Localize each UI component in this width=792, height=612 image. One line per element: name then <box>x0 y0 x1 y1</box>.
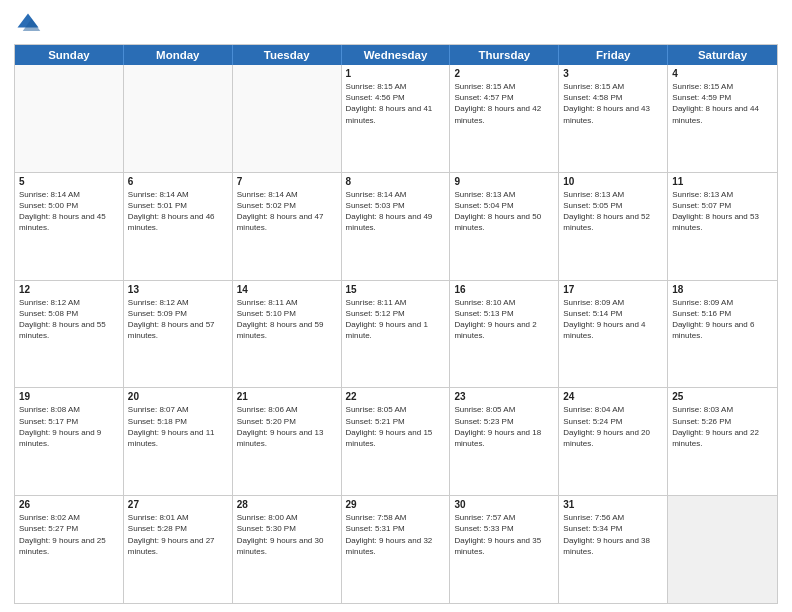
day-info: Sunrise: 8:04 AM Sunset: 5:24 PM Dayligh… <box>563 404 663 449</box>
day-info: Sunrise: 8:14 AM Sunset: 5:01 PM Dayligh… <box>128 189 228 234</box>
day-number: 2 <box>454 68 554 79</box>
page-header <box>14 10 778 38</box>
day-number: 31 <box>563 499 663 510</box>
day-number: 16 <box>454 284 554 295</box>
day-info: Sunrise: 8:09 AM Sunset: 5:16 PM Dayligh… <box>672 297 773 342</box>
week-row-5: 26Sunrise: 8:02 AM Sunset: 5:27 PM Dayli… <box>15 495 777 603</box>
day-info: Sunrise: 8:13 AM Sunset: 5:04 PM Dayligh… <box>454 189 554 234</box>
day-info: Sunrise: 8:13 AM Sunset: 5:07 PM Dayligh… <box>672 189 773 234</box>
day-cell: 15Sunrise: 8:11 AM Sunset: 5:12 PM Dayli… <box>342 281 451 388</box>
day-number: 5 <box>19 176 119 187</box>
day-info: Sunrise: 8:12 AM Sunset: 5:08 PM Dayligh… <box>19 297 119 342</box>
day-info: Sunrise: 8:05 AM Sunset: 5:21 PM Dayligh… <box>346 404 446 449</box>
day-number: 21 <box>237 391 337 402</box>
day-number: 13 <box>128 284 228 295</box>
day-header-monday: Monday <box>124 45 233 65</box>
day-cell: 7Sunrise: 8:14 AM Sunset: 5:02 PM Daylig… <box>233 173 342 280</box>
day-cell <box>124 65 233 172</box>
day-cell: 6Sunrise: 8:14 AM Sunset: 5:01 PM Daylig… <box>124 173 233 280</box>
week-row-4: 19Sunrise: 8:08 AM Sunset: 5:17 PM Dayli… <box>15 387 777 495</box>
day-info: Sunrise: 8:14 AM Sunset: 5:00 PM Dayligh… <box>19 189 119 234</box>
day-cell: 25Sunrise: 8:03 AM Sunset: 5:26 PM Dayli… <box>668 388 777 495</box>
day-info: Sunrise: 8:06 AM Sunset: 5:20 PM Dayligh… <box>237 404 337 449</box>
day-info: Sunrise: 8:11 AM Sunset: 5:10 PM Dayligh… <box>237 297 337 342</box>
day-info: Sunrise: 8:02 AM Sunset: 5:27 PM Dayligh… <box>19 512 119 557</box>
day-info: Sunrise: 8:01 AM Sunset: 5:28 PM Dayligh… <box>128 512 228 557</box>
day-cell: 27Sunrise: 8:01 AM Sunset: 5:28 PM Dayli… <box>124 496 233 603</box>
day-info: Sunrise: 7:56 AM Sunset: 5:34 PM Dayligh… <box>563 512 663 557</box>
day-number: 8 <box>346 176 446 187</box>
day-cell <box>15 65 124 172</box>
day-number: 22 <box>346 391 446 402</box>
day-number: 23 <box>454 391 554 402</box>
day-header-wednesday: Wednesday <box>342 45 451 65</box>
day-cell: 9Sunrise: 8:13 AM Sunset: 5:04 PM Daylig… <box>450 173 559 280</box>
day-info: Sunrise: 8:09 AM Sunset: 5:14 PM Dayligh… <box>563 297 663 342</box>
day-number: 28 <box>237 499 337 510</box>
day-number: 27 <box>128 499 228 510</box>
day-cell: 31Sunrise: 7:56 AM Sunset: 5:34 PM Dayli… <box>559 496 668 603</box>
day-number: 30 <box>454 499 554 510</box>
day-info: Sunrise: 8:13 AM Sunset: 5:05 PM Dayligh… <box>563 189 663 234</box>
day-number: 15 <box>346 284 446 295</box>
day-number: 26 <box>19 499 119 510</box>
day-cell: 24Sunrise: 8:04 AM Sunset: 5:24 PM Dayli… <box>559 388 668 495</box>
day-header-thursday: Thursday <box>450 45 559 65</box>
day-info: Sunrise: 8:00 AM Sunset: 5:30 PM Dayligh… <box>237 512 337 557</box>
day-cell: 29Sunrise: 7:58 AM Sunset: 5:31 PM Dayli… <box>342 496 451 603</box>
day-number: 9 <box>454 176 554 187</box>
day-number: 17 <box>563 284 663 295</box>
day-cell: 18Sunrise: 8:09 AM Sunset: 5:16 PM Dayli… <box>668 281 777 388</box>
day-cell: 30Sunrise: 7:57 AM Sunset: 5:33 PM Dayli… <box>450 496 559 603</box>
day-number: 11 <box>672 176 773 187</box>
day-info: Sunrise: 8:12 AM Sunset: 5:09 PM Dayligh… <box>128 297 228 342</box>
calendar: SundayMondayTuesdayWednesdayThursdayFrid… <box>14 44 778 604</box>
week-row-2: 5Sunrise: 8:14 AM Sunset: 5:00 PM Daylig… <box>15 172 777 280</box>
day-info: Sunrise: 8:11 AM Sunset: 5:12 PM Dayligh… <box>346 297 446 342</box>
day-headers-row: SundayMondayTuesdayWednesdayThursdayFrid… <box>15 45 777 65</box>
day-number: 1 <box>346 68 446 79</box>
day-number: 18 <box>672 284 773 295</box>
day-cell: 2Sunrise: 8:15 AM Sunset: 4:57 PM Daylig… <box>450 65 559 172</box>
day-info: Sunrise: 8:14 AM Sunset: 5:02 PM Dayligh… <box>237 189 337 234</box>
day-number: 20 <box>128 391 228 402</box>
day-cell: 1Sunrise: 8:15 AM Sunset: 4:56 PM Daylig… <box>342 65 451 172</box>
day-cell: 3Sunrise: 8:15 AM Sunset: 4:58 PM Daylig… <box>559 65 668 172</box>
day-number: 25 <box>672 391 773 402</box>
day-info: Sunrise: 8:07 AM Sunset: 5:18 PM Dayligh… <box>128 404 228 449</box>
day-number: 6 <box>128 176 228 187</box>
day-header-sunday: Sunday <box>15 45 124 65</box>
day-cell: 5Sunrise: 8:14 AM Sunset: 5:00 PM Daylig… <box>15 173 124 280</box>
day-cell <box>233 65 342 172</box>
day-number: 29 <box>346 499 446 510</box>
day-header-tuesday: Tuesday <box>233 45 342 65</box>
day-info: Sunrise: 8:14 AM Sunset: 5:03 PM Dayligh… <box>346 189 446 234</box>
day-info: Sunrise: 8:15 AM Sunset: 4:59 PM Dayligh… <box>672 81 773 126</box>
day-cell: 23Sunrise: 8:05 AM Sunset: 5:23 PM Dayli… <box>450 388 559 495</box>
day-header-friday: Friday <box>559 45 668 65</box>
day-cell: 28Sunrise: 8:00 AM Sunset: 5:30 PM Dayli… <box>233 496 342 603</box>
week-row-1: 1Sunrise: 8:15 AM Sunset: 4:56 PM Daylig… <box>15 65 777 172</box>
day-cell: 16Sunrise: 8:10 AM Sunset: 5:13 PM Dayli… <box>450 281 559 388</box>
day-cell: 17Sunrise: 8:09 AM Sunset: 5:14 PM Dayli… <box>559 281 668 388</box>
day-cell: 11Sunrise: 8:13 AM Sunset: 5:07 PM Dayli… <box>668 173 777 280</box>
day-cell: 21Sunrise: 8:06 AM Sunset: 5:20 PM Dayli… <box>233 388 342 495</box>
day-cell: 14Sunrise: 8:11 AM Sunset: 5:10 PM Dayli… <box>233 281 342 388</box>
weeks-container: 1Sunrise: 8:15 AM Sunset: 4:56 PM Daylig… <box>15 65 777 603</box>
day-number: 12 <box>19 284 119 295</box>
day-header-saturday: Saturday <box>668 45 777 65</box>
day-number: 10 <box>563 176 663 187</box>
day-info: Sunrise: 8:10 AM Sunset: 5:13 PM Dayligh… <box>454 297 554 342</box>
day-cell: 19Sunrise: 8:08 AM Sunset: 5:17 PM Dayli… <box>15 388 124 495</box>
day-info: Sunrise: 8:03 AM Sunset: 5:26 PM Dayligh… <box>672 404 773 449</box>
day-number: 4 <box>672 68 773 79</box>
day-cell: 12Sunrise: 8:12 AM Sunset: 5:08 PM Dayli… <box>15 281 124 388</box>
logo <box>14 10 46 38</box>
day-info: Sunrise: 8:05 AM Sunset: 5:23 PM Dayligh… <box>454 404 554 449</box>
day-cell: 20Sunrise: 8:07 AM Sunset: 5:18 PM Dayli… <box>124 388 233 495</box>
day-info: Sunrise: 7:58 AM Sunset: 5:31 PM Dayligh… <box>346 512 446 557</box>
day-number: 7 <box>237 176 337 187</box>
day-info: Sunrise: 8:15 AM Sunset: 4:56 PM Dayligh… <box>346 81 446 126</box>
day-number: 24 <box>563 391 663 402</box>
day-info: Sunrise: 8:08 AM Sunset: 5:17 PM Dayligh… <box>19 404 119 449</box>
